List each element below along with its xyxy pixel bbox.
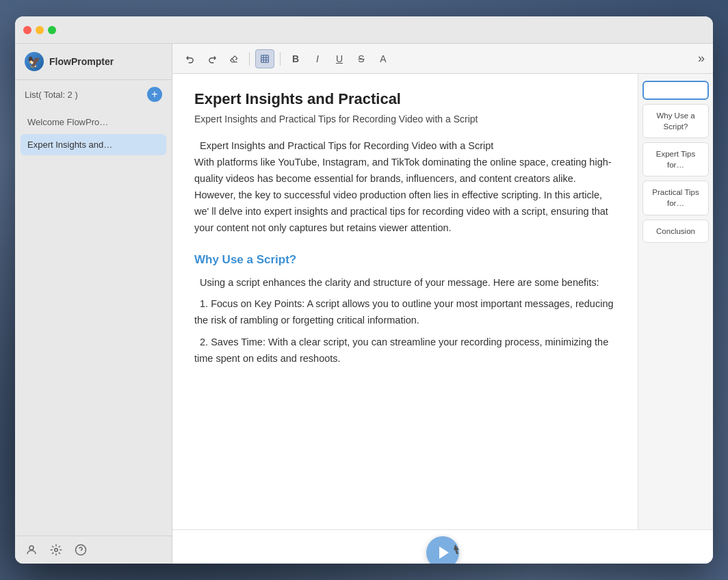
list-count: List( Total: 2 ) [25,90,78,100]
minimize-button[interactable] [36,26,44,34]
svg-point-0 [29,546,34,550]
section1-para-1: Using a script enhances the clarity and … [194,275,616,291]
strikethrough-button[interactable]: S [352,49,371,68]
redo-button[interactable] [203,49,222,68]
sidebar-list-header: List( Total: 2 ) + [15,80,172,109]
font-button[interactable]: A [374,49,393,68]
intro-para-1: Expert Insights and Practical Tips for R… [194,138,616,155]
doc-title: Expert Insights and Practical [194,90,616,108]
toolbar-separator-2 [280,52,281,66]
sidebar-item-expert-label: Expert Insights and… [27,140,112,150]
editor-area[interactable]: Expert Insights and Practical Expert Ins… [172,74,638,529]
sidebar-item-welcome[interactable]: Welcome FlowPro… [21,111,166,133]
toc-why-label: Why Use a Script? [656,111,694,131]
sidebar-item-expert[interactable]: Expert Insights and… [21,134,166,155]
toc-item-expert-tips[interactable]: Expert Tips for… [642,142,709,176]
sidebar-item-welcome-label: Welcome FlowPro… [27,117,108,127]
sidebar-footer [15,536,172,564]
intro-para-2: With platforms like YouTube, Instagram, … [194,155,616,237]
toc-item-practical-tips[interactable]: Practical Tips for… [642,181,709,215]
toolbar-separator-1 [249,52,250,66]
section1-para-3: 2. Saves Time: With a clear script, you … [194,334,616,367]
section1-body: Using a script enhances the clarity and … [194,275,616,368]
user-icon[interactable] [25,543,38,557]
settings-icon[interactable] [49,543,63,557]
toc-practical-label: Practical Tips for… [652,188,699,207]
svg-point-1 [55,549,58,552]
sidebar: 🦅 FlowPrompter List( Total: 2 ) + Welcom… [15,44,172,564]
toc-item-why-use-script[interactable]: Why Use a Script? [642,104,709,138]
close-button[interactable] [23,26,31,34]
toc-expert-label: Expert Tips for… [656,150,696,169]
undo-button[interactable] [181,49,200,68]
add-document-button[interactable]: + [147,87,162,102]
cursor-icon [454,543,462,555]
titlebar [15,16,713,44]
table-button[interactable] [255,49,274,68]
toc-sidebar: Why Use a Script? Expert Tips for… Pract… [638,74,713,529]
app-body: 🦅 FlowPrompter List( Total: 2 ) + Welcom… [15,44,713,564]
underline-button[interactable]: U [330,49,349,68]
svg-rect-3 [261,55,269,62]
sidebar-items: Welcome FlowPro… Expert Insights and… [15,109,172,536]
play-triangle-icon [439,546,449,559]
bold-button[interactable]: B [286,49,305,68]
main-right: B I U S A » Expert Insights and Practica… [172,44,713,564]
app-window: 🦅 FlowPrompter List( Total: 2 ) + Welcom… [15,16,713,564]
toc-conclusion-label: Conclusion [656,227,695,235]
doc-intro: Expert Insights and Practical Tips for R… [194,138,616,237]
section1-para-2: 1. Focus on Key Points: A script allows … [194,296,616,329]
cursor-indicator [454,543,455,554]
app-name: FlowPrompter [49,56,114,67]
italic-button[interactable]: I [308,49,327,68]
help-icon[interactable] [74,543,88,557]
bottom-bar [172,529,713,564]
editor-toc-row: Expert Insights and Practical Expert Ins… [172,74,713,529]
toolbar: B I U S A » [172,44,713,74]
toc-item-conclusion[interactable]: Conclusion [642,220,709,243]
maximize-button[interactable] [48,26,56,34]
more-button[interactable]: » [698,51,705,66]
section1-heading: Why Use a Script? [194,253,616,267]
toc-item-top[interactable] [642,81,709,100]
traffic-lights [23,26,56,34]
doc-subtitle: Expert Insights and Practical Tips for R… [194,114,616,124]
logo-emoji: 🦅 [27,55,41,68]
sidebar-header: 🦅 FlowPrompter [15,44,172,80]
erase-button[interactable] [224,49,244,68]
app-logo: 🦅 [25,52,44,71]
